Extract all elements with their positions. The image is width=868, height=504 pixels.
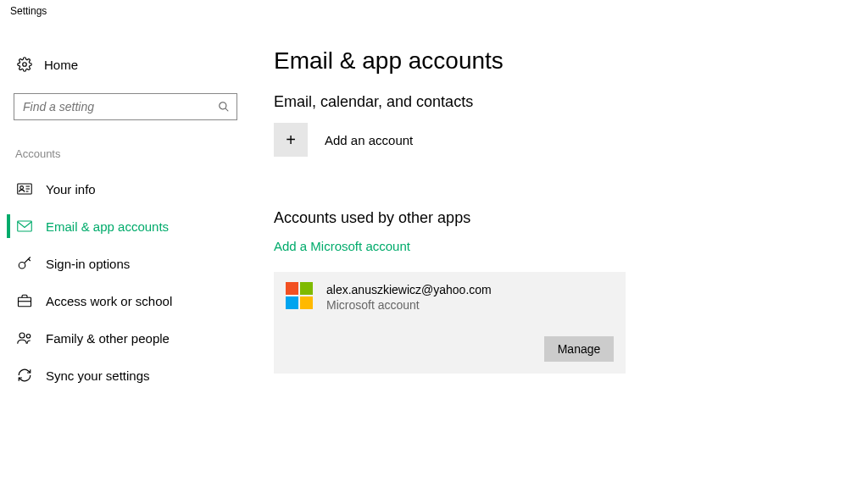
- section-other-apps: Accounts used by other apps: [274, 209, 834, 227]
- nav-label: Access work or school: [46, 294, 172, 308]
- account-type: Microsoft account: [326, 297, 492, 313]
- page-title: Email & app accounts: [274, 47, 834, 75]
- account-card[interactable]: alex.anuszkiewicz@yahoo.com Microsoft ac…: [274, 272, 626, 374]
- home-label: Home: [44, 58, 78, 72]
- mail-icon: [17, 219, 32, 234]
- microsoft-logo-icon: [286, 282, 313, 309]
- sidebar-item-family-people[interactable]: Family & other people: [10, 319, 250, 357]
- add-account-button[interactable]: + Add an account: [274, 123, 834, 157]
- sidebar-section-header: Accounts: [10, 147, 250, 170]
- nav-label: Your info: [46, 182, 96, 197]
- section-email-calendar-contacts: Email, calendar, and contacts: [274, 93, 834, 111]
- add-microsoft-account-link[interactable]: Add a Microsoft account: [274, 239, 410, 253]
- svg-rect-8: [18, 221, 32, 231]
- search-icon: [218, 101, 230, 113]
- svg-line-2: [225, 108, 229, 112]
- svg-line-11: [29, 259, 31, 261]
- sidebar-item-email-app-accounts[interactable]: Email & app accounts: [10, 208, 250, 245]
- window-title: Settings: [0, 0, 868, 17]
- search-box[interactable]: [14, 93, 237, 120]
- sidebar-item-sync-settings[interactable]: Sync your settings: [10, 357, 250, 394]
- nav-label: Family & other people: [46, 331, 170, 346]
- sidebar-item-your-info[interactable]: Your info: [10, 170, 250, 208]
- key-icon: [17, 256, 32, 271]
- gear-icon: [17, 57, 32, 72]
- svg-point-14: [19, 333, 25, 338]
- sidebar-item-access-work-school[interactable]: Access work or school: [10, 282, 250, 319]
- add-account-label: Add an account: [325, 133, 413, 147]
- svg-point-1: [220, 102, 226, 109]
- account-email: alex.anuszkiewicz@yahoo.com: [326, 282, 492, 297]
- plus-icon: +: [274, 123, 308, 157]
- sync-icon: [17, 368, 32, 383]
- svg-point-15: [26, 335, 31, 339]
- nav-label: Email & app accounts: [46, 219, 169, 234]
- briefcase-icon: [17, 293, 32, 308]
- manage-button[interactable]: Manage: [544, 336, 614, 362]
- svg-rect-12: [19, 297, 31, 307]
- nav-label: Sync your settings: [46, 368, 150, 383]
- sidebar-item-signin-options[interactable]: Sign-in options: [10, 245, 250, 282]
- svg-point-0: [23, 63, 27, 67]
- home-button[interactable]: Home: [10, 47, 250, 81]
- main-content: Email & app accounts Email, calendar, an…: [250, 47, 868, 394]
- people-icon: [17, 330, 32, 346]
- search-input[interactable]: [21, 99, 208, 114]
- svg-point-4: [20, 186, 24, 190]
- contact-card-icon: [17, 181, 32, 197]
- sidebar: Home Accounts: [0, 47, 250, 394]
- nav-label: Sign-in options: [46, 257, 130, 271]
